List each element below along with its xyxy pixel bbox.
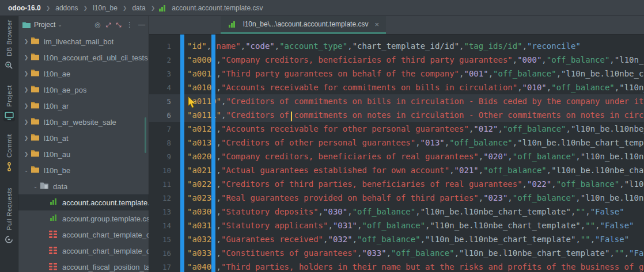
tree-item-l10n-be[interactable]: ⌄l10n_be (18, 162, 149, 178)
tool-window-label-pull-requests: Pull Requests (6, 187, 13, 230)
tree-item-l10n-ar[interactable]: ❯l10n_ar (18, 98, 149, 114)
tree-item-l10n-at[interactable]: ❯l10n_at (18, 130, 149, 146)
tree-item-account-chart-template-configure[interactable]: account_chart_template_configure (18, 227, 149, 243)
chevron-down-icon[interactable]: ⌄ (22, 167, 31, 173)
line-number: 13 (149, 208, 171, 216)
tree-item-im-livechat-mail-bot[interactable]: ❯im_livechat_mail_bot (18, 33, 149, 49)
tree-item-account-fiscal-position-tax-templ[interactable]: account_fiscal_position_tax_templ (18, 259, 149, 272)
tree-item-label: account_chart_template_data.xml (62, 247, 149, 255)
line-number: 5 (149, 97, 171, 106)
code-line-6[interactable]: 6"a0111","Creditors of commitments on no… (149, 108, 644, 122)
code-line-14[interactable]: 14"a031","Statutory applicants","031","o… (149, 219, 644, 232)
chevron-down-icon[interactable]: ⌄ (58, 22, 62, 28)
folder-icon (31, 53, 40, 62)
breadcrumb-separator: ❯ (43, 5, 54, 11)
tree-item-l10n-ae-pos[interactable]: ❯l10n_ae_pos (18, 82, 149, 98)
code-line-4[interactable]: 4"a010","Accounts receivable for commitm… (149, 81, 644, 94)
csv-row-text: "a0111","Creditors of commitments on not… (171, 110, 644, 120)
tree-item-account-chart-template-data-xml[interactable]: account_chart_template_data.xml (18, 243, 149, 259)
line-number: 2 (149, 56, 171, 64)
line-number: 4 (149, 83, 171, 92)
breadcrumb-item-odoo-16-0[interactable]: odoo-16.0 (6, 4, 43, 12)
monitor-icon (3, 110, 15, 121)
tree-scrollbar[interactable] (145, 117, 146, 153)
csv-row-text: "a040","Third parties, holders in their … (171, 262, 644, 271)
code-line-10[interactable]: 10"a021","Actual guarantees established … (149, 163, 644, 177)
tool-window-button-db-browser[interactable]: DB Browser (3, 20, 15, 74)
chevron-right-icon[interactable]: ❯ (22, 135, 31, 141)
tool-window-button-commit[interactable]: Commit (3, 134, 15, 175)
csv-row-text: "a033","Constituents of guarantees","033… (171, 248, 644, 258)
code-line-11[interactable]: 11"a022","Creditors of third parties, be… (149, 177, 644, 191)
tree-item-label: l10n_ar_website_sale (44, 118, 116, 127)
code-line-2[interactable]: 2"a000","Company creditors, beneficiarie… (149, 53, 644, 67)
collapse-all-icon[interactable]: ⤡ (116, 22, 121, 28)
chevron-right-icon[interactable]: ❯ (22, 103, 31, 109)
line-number: 7 (149, 125, 171, 133)
tree-item-data[interactable]: ⌄data (18, 178, 149, 194)
line-number: 8 (149, 139, 171, 147)
tree-item-l10n-au[interactable]: ❯l10n_au (18, 146, 149, 162)
csv-row-text: "a021","Actual guarantees established fo… (171, 166, 644, 175)
breadcrumb-item-l10n-be[interactable]: l10n_be (90, 4, 120, 12)
code-line-9[interactable]: 9"a020","Company creditors, beneficiarie… (149, 150, 644, 163)
tab-account-account-template-csv[interactable]: l10n_be\...\account.account.template.csv… (221, 16, 386, 34)
tree-item-account-account-template-csv[interactable]: account.account.template.csv (18, 194, 149, 210)
line-number: 1 (149, 42, 171, 51)
csv-row-text: "a022","Creditors of third parties, bene… (171, 179, 644, 189)
chevron-right-icon[interactable]: ❯ (22, 55, 31, 60)
csv-row-text: "a031","Statutory applicants","031","off… (171, 221, 634, 230)
code-editor[interactable]: 1"id","name","code","account_type","char… (149, 35, 644, 272)
code-line-17[interactable]: 17"a040","Third parties, holders in thei… (149, 260, 644, 272)
tree-item-l10n-account-edi-ubl-cii-tests[interactable]: ❯l10n_account_edi_ubl_cii_tests (18, 49, 149, 66)
breadcrumb-item-account-account-template-csv[interactable]: account.account.template.csv (169, 4, 265, 12)
csv-row-text: "a020","Company creditors, beneficiaries… (171, 152, 644, 161)
hide-panel-icon[interactable]: — (138, 21, 145, 28)
code-line-15[interactable]: 15"a032","Guarantees received","032","of… (149, 232, 644, 246)
chevron-right-icon[interactable]: ❯ (22, 87, 31, 93)
xml-file-icon (49, 230, 58, 239)
chevron-down-icon[interactable]: ⌄ (31, 183, 40, 189)
line-number: 16 (149, 249, 171, 258)
tab-label: l10n_be\...\account.account.template.csv (243, 20, 368, 28)
project-panel-header: Project ⌄ ◎ ⤢ ⤡ ⋮ — (18, 16, 149, 33)
csv-row-text: "a000","Company creditors, beneficiaries… (171, 55, 644, 64)
chevron-right-icon[interactable]: ❯ (22, 71, 31, 76)
tree-item-l10n-ae[interactable]: ❯l10n_ae (18, 66, 149, 82)
chevron-right-icon[interactable]: ❯ (22, 119, 31, 125)
tree-item-l10n-ar-website-sale[interactable]: ❯l10n_ar_website_sale (18, 114, 149, 130)
breadcrumb-item-addons[interactable]: addons (53, 4, 80, 12)
expand-all-icon[interactable]: ⤢ (105, 22, 111, 28)
code-line-1[interactable]: 1"id","name","code","account_type","char… (149, 39, 644, 53)
code-line-5[interactable]: 5"a0110","Creditors of commitments on bi… (149, 94, 644, 108)
line-number: 6 (149, 111, 171, 120)
tool-window-stripe: DB BrowserProjectCommitPull Requestsmark… (0, 16, 18, 272)
line-number: 17 (149, 263, 171, 271)
search-icon (3, 60, 15, 71)
csv-row-text: "a012","Accounts receivable for other pe… (171, 124, 644, 133)
tree-item-label: account_fiscal_position_tax_templ (62, 263, 149, 271)
code-line-12[interactable]: 12"a023","Real guarantees provided on be… (149, 191, 644, 205)
chevron-right-icon[interactable]: ❯ (22, 39, 31, 44)
csv-file-icon (49, 214, 58, 223)
code-line-7[interactable]: 7"a012","Accounts receivable for other p… (149, 122, 644, 136)
tool-window-button-project[interactable]: Project (3, 85, 15, 124)
code-line-8[interactable]: 8"a013","Creditors of other personal gua… (149, 136, 644, 150)
chevron-right-icon[interactable]: ❯ (22, 151, 31, 157)
code-line-3[interactable]: 3"a001","Third party guarantees on behal… (149, 67, 644, 81)
text-caret (291, 112, 292, 121)
tree-item-label: l10n_ae_pos (44, 86, 86, 94)
commit-icon (3, 161, 15, 173)
tree-item-label: account.account.template.csv (62, 198, 149, 207)
editor-area: l10n_be\...\account.account.template.csv… (149, 16, 644, 272)
code-line-16[interactable]: 16"a033","Constituents of guarantees","0… (149, 246, 644, 260)
breadcrumb-item-data[interactable]: data (130, 4, 147, 12)
csv-row-text: "a010","Accounts receivable for commitme… (171, 83, 644, 92)
tree-item-account-group-template-csv[interactable]: account.group.template.csv (18, 210, 149, 227)
code-line-13[interactable]: 13"a030","Statutory deposits","030","off… (149, 205, 644, 219)
tool-window-button-pull-requests[interactable]: Pull Requests (3, 187, 15, 247)
locate-file-icon[interactable]: ◎ (94, 21, 100, 28)
close-tab-icon[interactable]: × (374, 20, 379, 29)
csv-file-icon (229, 21, 236, 28)
more-options-icon[interactable]: ⋮ (126, 21, 133, 28)
